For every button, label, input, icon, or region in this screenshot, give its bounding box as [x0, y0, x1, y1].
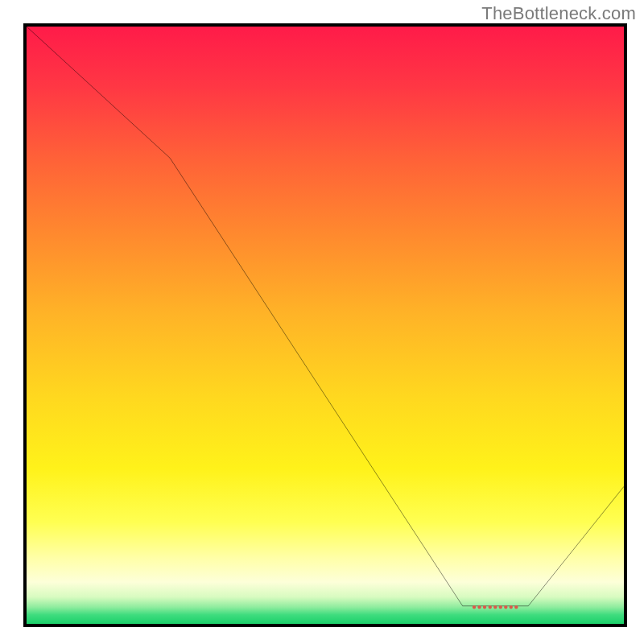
plot-svg [27, 27, 624, 624]
credit-watermark: TheBottleneck.com [481, 3, 636, 24]
heat-gradient-rect [27, 27, 624, 624]
optimal-zone-marker: ●●●●●●●●● [472, 601, 519, 610]
plot-area: ●●●●●●●●● [23, 23, 627, 627]
chart-canvas: TheBottleneck.com ●●●●●●●●● [0, 0, 644, 644]
